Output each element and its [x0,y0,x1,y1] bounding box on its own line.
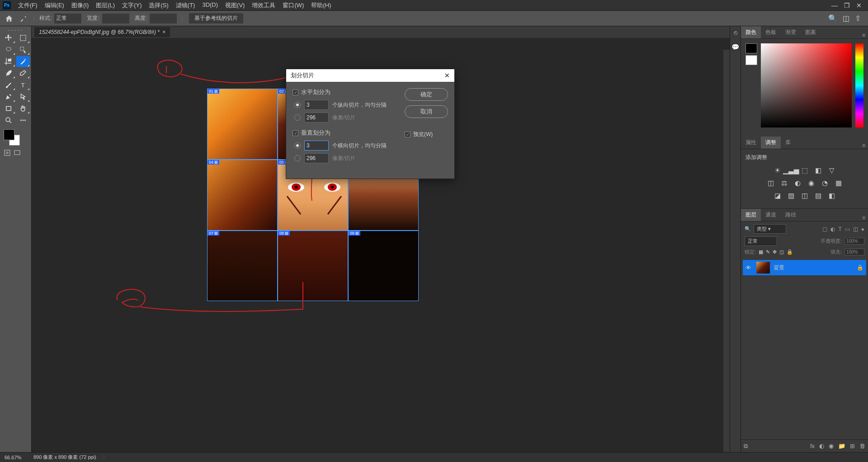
fg-swatch[interactable] [745,43,757,53]
minimize-icon[interactable]: — [831,2,838,9]
history-icon[interactable]: ⎋ [734,29,737,36]
comments-icon[interactable]: 💬 [731,43,739,51]
dialog-titlebar[interactable]: 划分切片 ✕ [286,69,454,82]
layers-panel-menu-icon[interactable]: ≡ [859,215,868,221]
crop-tool[interactable] [2,56,15,67]
menu-item[interactable]: 编辑(E) [41,1,68,9]
lock-all-icon[interactable]: 🔒 [787,249,793,255]
tool-preset-icon[interactable] [17,13,30,24]
color-field[interactable] [761,43,852,127]
delete-icon[interactable]: 🗑 [859,443,865,449]
tab-layers[interactable]: 图层 [741,209,761,221]
menu-item[interactable]: 3D(D) [198,1,222,9]
slice-04[interactable]: 04⊠ [207,160,278,231]
height-input[interactable] [150,14,177,24]
status-chevron-icon[interactable]: 〉 [103,454,108,461]
guides-slice-button[interactable]: 基于参考线的切片 [189,13,243,24]
photo-filter-icon[interactable]: ◉ [807,179,816,188]
tab-channels[interactable]: 通道 [761,209,781,221]
hand-tool[interactable] [16,103,30,114]
preview-checkbox[interactable] [405,132,410,137]
fx-icon[interactable]: fx [810,443,815,449]
edit-toolbar[interactable] [16,115,30,126]
move-tool[interactable] [2,33,15,43]
filter-shape-icon[interactable]: ▭ [845,226,850,232]
layer-name[interactable]: 背景 [774,264,853,272]
style-select[interactable]: 正常 [54,14,81,24]
menu-item[interactable]: 视图(V) [222,1,248,9]
horizontal-divide-checkbox[interactable] [292,90,298,95]
tab-swatches[interactable]: 色板 [761,26,781,38]
bg-swatch[interactable] [745,55,757,65]
layer-lock-icon[interactable]: 🔒 [857,264,863,271]
menu-item[interactable]: 文件(F) [14,1,41,9]
channel-mixer-icon[interactable]: ◔ [821,179,830,188]
document-tab[interactable]: 1524558244-epPDixBgNf.jpg @ 66.7%(RGB/8#… [34,27,170,37]
workspace-icon[interactable]: ◫ [843,14,849,23]
horiz-count-radio[interactable] [294,102,301,108]
zoom-tool[interactable] [2,115,15,126]
rectangle-tool[interactable] [2,103,15,114]
slice-tool[interactable] [16,56,30,67]
color-swatches[interactable] [1,128,30,148]
share-icon[interactable]: ⇧ [855,14,861,23]
close-icon[interactable]: ✕ [856,2,862,9]
filter-smart-icon[interactable]: ◫ [853,226,858,232]
pen-tool[interactable] [2,91,15,102]
quickmask-icon[interactable] [4,149,11,156]
eraser-tool[interactable] [16,68,30,79]
document-info[interactable]: 890 像素 x 890 像素 (72 ppi) [33,454,96,461]
exposure-icon[interactable]: ◧ [814,166,823,175]
lock-pixels-icon[interactable]: ▦ [759,249,763,255]
tab-paths[interactable]: 路径 [781,209,801,221]
dialog-close-icon[interactable]: ✕ [444,72,450,79]
path-select-tool[interactable] [16,91,30,102]
tab-adjustments[interactable]: 调整 [761,137,781,149]
tool-grip[interactable]: • • • • • [1,28,30,33]
vert-count-input[interactable] [304,141,329,151]
width-input[interactable] [102,14,129,24]
visibility-icon[interactable]: 👁 [745,264,753,271]
vert-count-radio[interactable] [294,142,301,149]
hue-slider[interactable] [855,43,863,127]
adj-panel-menu-icon[interactable]: ≡ [859,142,868,149]
lock-move-icon[interactable]: ✥ [773,249,777,255]
gradient-map-icon[interactable]: ▤ [814,191,823,200]
menu-item[interactable]: 图像(I) [68,1,92,9]
layer-thumbnail[interactable] [756,262,770,273]
screenmode-icon[interactable] [14,149,21,156]
eyedropper-tool[interactable] [2,68,15,79]
horiz-px-radio[interactable] [294,114,301,121]
tab-libraries[interactable]: 库 [781,137,795,149]
group-icon[interactable]: 📁 [838,443,845,449]
menu-item[interactable]: 选择(S) [145,1,172,9]
search-icon[interactable]: 🔍 [745,226,751,232]
menu-item[interactable]: 增效工具 [248,1,279,9]
brightness-icon[interactable]: ☀ [773,166,782,175]
slice-09[interactable]: 09⊠ [348,231,419,301]
tab-patterns[interactable]: 图案 [801,26,821,38]
canvas[interactable]: 01⊠ 02⊠ 03⊠ 04⊠ 05⊠ 06⊠ 07⊠ 08⊠ 09⊠ [32,38,730,452]
zoom-level[interactable]: 66.67% [5,455,27,460]
curves-icon[interactable]: ⬚ [800,166,809,175]
opacity-input[interactable]: 100% [844,238,864,245]
layer-filter-select[interactable]: 类型 ▾ [754,224,786,234]
vertical-divide-checkbox[interactable] [292,130,298,136]
filter-pixel-icon[interactable]: ▢ [822,226,827,232]
tab-close-icon[interactable]: × [162,29,165,35]
levels-icon[interactable]: ▁▃▅ [787,166,796,175]
marquee-tool[interactable] [16,33,30,43]
tab-gradients[interactable]: 渐变 [781,26,801,38]
lock-artboard-icon[interactable]: ◫ [779,249,784,255]
layer-row[interactable]: 👁 背景 🔒 [743,260,866,275]
maximize-icon[interactable]: ❐ [844,2,850,9]
new-layer-icon[interactable]: ⊞ [850,443,855,449]
menu-item[interactable]: 窗口(W) [279,1,307,9]
ok-button[interactable]: 确定 [405,88,448,101]
vert-px-radio[interactable] [294,155,301,161]
blend-mode-select[interactable]: 正常 [745,236,777,246]
fill-input[interactable]: 100% [844,249,864,255]
bw-icon[interactable]: ◐ [793,179,802,188]
cancel-button[interactable]: 取消 [405,105,448,118]
lock-position-icon[interactable]: ✎ [766,249,770,255]
